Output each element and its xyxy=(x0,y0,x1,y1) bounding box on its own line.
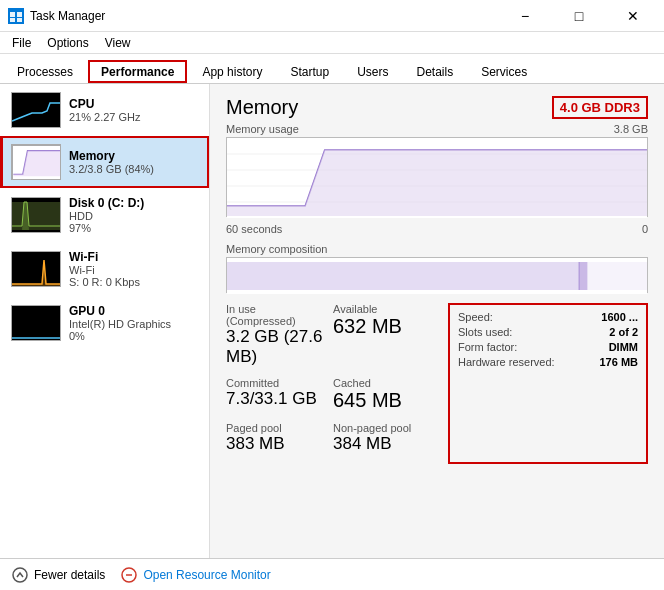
maximize-button[interactable]: □ xyxy=(556,1,602,31)
app-icon xyxy=(8,8,24,24)
open-resource-monitor-button[interactable]: Open Resource Monitor xyxy=(121,567,270,583)
content-title: Memory xyxy=(226,96,298,119)
stats-right: Speed: 1600 ... Slots used: 2 of 2 Form … xyxy=(448,303,648,464)
tab-startup[interactable]: Startup xyxy=(277,60,342,83)
cpu-thumb xyxy=(11,92,61,128)
sidebar-item-gpu[interactable]: GPU 0 Intel(R) HD Graphics 0% xyxy=(0,296,209,350)
inuse-value: 3.2 GB (27.6 MB) xyxy=(226,327,325,367)
wifi-thumb xyxy=(11,251,61,287)
form-row: Form factor: DIMM xyxy=(458,341,638,353)
committed-value: 7.3/33.1 GB xyxy=(226,389,325,409)
composition-label: Memory composition xyxy=(226,243,648,255)
speed-value: 1600 ... xyxy=(601,311,638,323)
slots-label: Slots used: xyxy=(458,326,512,338)
inuse-stat: In use (Compressed) 3.2 GB (27.6 MB) xyxy=(226,303,325,367)
fewer-details-button[interactable]: Fewer details xyxy=(12,567,105,583)
stats-left: In use (Compressed) 3.2 GB (27.6 MB) Ava… xyxy=(226,303,432,464)
tab-details[interactable]: Details xyxy=(403,60,466,83)
svg-rect-4 xyxy=(17,18,22,22)
slots-row: Slots used: 2 of 2 xyxy=(458,326,638,338)
titlebar-controls: − □ ✕ xyxy=(502,1,656,31)
tab-apphistory[interactable]: App history xyxy=(189,60,275,83)
tab-services[interactable]: Services xyxy=(468,60,540,83)
hw-value: 176 MB xyxy=(599,356,638,368)
wifi-sub1: Wi-Fi xyxy=(69,264,201,276)
disk-sub2: 97% xyxy=(69,222,201,234)
titlebar-left: Task Manager xyxy=(8,8,105,24)
memory-thumb xyxy=(11,144,61,180)
cached-stat: Cached 645 MB xyxy=(333,377,432,412)
svg-point-21 xyxy=(13,568,27,582)
hw-row: Hardware reserved: 176 MB xyxy=(458,356,638,368)
svg-rect-17 xyxy=(227,262,579,290)
titlebar: Task Manager − □ ✕ xyxy=(0,0,664,32)
usage-chart xyxy=(226,137,648,217)
svg-rect-20 xyxy=(587,262,647,290)
main-area: CPU 21% 2.27 GHz Memory 3.2/3.8 GB (84%) xyxy=(0,84,664,558)
wifi-sub2: S: 0 R: 0 Kbps xyxy=(69,276,201,288)
cpu-info: CPU 21% 2.27 GHz xyxy=(69,97,201,123)
svg-rect-2 xyxy=(17,12,22,17)
sidebar-item-wifi[interactable]: Wi-Fi Wi-Fi S: 0 R: 0 Kbps xyxy=(0,242,209,296)
gpu-thumb xyxy=(11,305,61,341)
usage-label: Memory usage 3.8 GB xyxy=(226,123,648,135)
svg-rect-19 xyxy=(580,262,588,290)
chart-footer: 60 seconds 0 xyxy=(226,223,648,235)
slots-value: 2 of 2 xyxy=(609,326,638,338)
chevron-up-icon xyxy=(12,567,28,583)
form-label: Form factor: xyxy=(458,341,517,353)
resource-monitor-label[interactable]: Open Resource Monitor xyxy=(143,568,270,582)
committed-stat: Committed 7.3/33.1 GB xyxy=(226,377,325,412)
svg-rect-1 xyxy=(10,12,15,17)
tab-performance[interactable]: Performance xyxy=(88,60,187,83)
tab-processes[interactable]: Processes xyxy=(4,60,86,83)
sidebar-item-memory[interactable]: Memory 3.2/3.8 GB (84%) xyxy=(0,136,209,188)
wifi-name: Wi-Fi xyxy=(69,250,201,264)
disk-name: Disk 0 (C: D:) xyxy=(69,196,201,210)
content-area: Memory 4.0 GB DDR3 Memory usage 3.8 GB 6… xyxy=(210,84,664,558)
gpu-sub2: 0% xyxy=(69,330,201,342)
memory-sub: 3.2/3.8 GB (84%) xyxy=(69,163,201,175)
menu-options[interactable]: Options xyxy=(39,32,96,53)
tab-users[interactable]: Users xyxy=(344,60,401,83)
memory-info: Memory 3.2/3.8 GB (84%) xyxy=(69,149,201,175)
speed-label: Speed: xyxy=(458,311,493,323)
fewer-details-label: Fewer details xyxy=(34,568,105,582)
gpu-info: GPU 0 Intel(R) HD Graphics 0% xyxy=(69,304,201,342)
speed-row: Speed: 1600 ... xyxy=(458,311,638,323)
stats-grid: In use (Compressed) 3.2 GB (27.6 MB) Ava… xyxy=(226,303,432,464)
memory-badge: 4.0 GB DDR3 xyxy=(552,96,648,119)
cached-label: Cached xyxy=(333,377,432,389)
disk-thumb xyxy=(11,197,61,233)
paged-stat: Paged pool 383 MB xyxy=(226,422,325,454)
menu-file[interactable]: File xyxy=(4,32,39,53)
svg-marker-9 xyxy=(12,260,61,286)
menu-view[interactable]: View xyxy=(97,32,139,53)
cpu-sub: 21% 2.27 GHz xyxy=(69,111,201,123)
hw-label: Hardware reserved: xyxy=(458,356,555,368)
nonpaged-label: Non-paged pool xyxy=(333,422,432,434)
disk-info: Disk 0 (C: D:) HDD 97% xyxy=(69,196,201,234)
footer: Fewer details Open Resource Monitor xyxy=(0,558,664,590)
sidebar-item-disk[interactable]: Disk 0 (C: D:) HDD 97% xyxy=(0,188,209,242)
form-value: DIMM xyxy=(609,341,638,353)
memory-name: Memory xyxy=(69,149,201,163)
wifi-info: Wi-Fi Wi-Fi S: 0 R: 0 Kbps xyxy=(69,250,201,288)
close-button[interactable]: ✕ xyxy=(610,1,656,31)
gpu-sub1: Intel(R) HD Graphics xyxy=(69,318,201,330)
available-label: Available xyxy=(333,303,432,315)
disk-sub1: HDD xyxy=(69,210,201,222)
paged-label: Paged pool xyxy=(226,422,325,434)
cached-value: 645 MB xyxy=(333,389,432,412)
sidebar: CPU 21% 2.27 GHz Memory 3.2/3.8 GB (84%) xyxy=(0,84,210,558)
app-title: Task Manager xyxy=(30,9,105,23)
nonpaged-stat: Non-paged pool 384 MB xyxy=(333,422,432,454)
svg-rect-3 xyxy=(10,18,15,22)
gpu-name: GPU 0 xyxy=(69,304,201,318)
available-stat: Available 632 MB xyxy=(333,303,432,367)
menubar: File Options View xyxy=(0,32,664,54)
sidebar-item-cpu[interactable]: CPU 21% 2.27 GHz xyxy=(0,84,209,136)
stats-area: In use (Compressed) 3.2 GB (27.6 MB) Ava… xyxy=(226,303,648,464)
minimize-button[interactable]: − xyxy=(502,1,548,31)
cpu-name: CPU xyxy=(69,97,201,111)
